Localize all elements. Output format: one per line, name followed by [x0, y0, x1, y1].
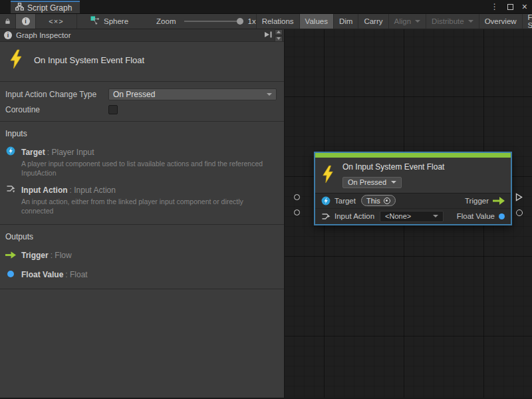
float-value-dot-icon	[499, 213, 505, 219]
zoom-label: Zoom	[156, 17, 176, 25]
input-action-icon	[321, 212, 331, 221]
node-mode-dropdown[interactable]: On Pressed	[342, 177, 402, 188]
node-trigger-label: Trigger	[465, 197, 489, 205]
node-input-port-target[interactable]	[294, 194, 300, 200]
coroutine-label: Coroutine	[5, 105, 108, 114]
title-bar: Script Graph ⋮ ×	[0, 0, 532, 13]
zoom-slider[interactable]	[184, 21, 241, 22]
node-header: On Input System Event Float On Pressed	[315, 158, 511, 194]
tab-title: Script Graph	[27, 3, 72, 13]
inspector-fields: Input Action Change Type On Pressed Coro…	[0, 82, 284, 122]
on-input-system-event-float-node[interactable]: On Input System Event Float On Pressed T…	[314, 152, 512, 225]
inspector-empty-area	[0, 289, 284, 398]
toolbar-button-align: Align	[389, 14, 427, 29]
player-input-icon	[5, 146, 16, 156]
script-graph-tab-icon	[15, 3, 24, 13]
node-row-input-action-float: Input Action <None> Float Value	[315, 209, 511, 224]
window-menu-icon[interactable]: ⋮	[491, 3, 499, 11]
graph-owner[interactable]: Sphere	[90, 14, 128, 29]
node-input-port-input-action[interactable]	[294, 209, 300, 215]
coroutine-checkbox[interactable]	[108, 105, 118, 114]
chevron-down-icon	[391, 181, 396, 184]
info-icon: i	[22, 17, 30, 25]
graph-owner-label: Sphere	[104, 17, 128, 25]
input-action-icon	[5, 184, 16, 193]
node-row-target-trigger: Target This Trigger	[315, 194, 511, 209]
input-action-dropdown[interactable]: <None>	[380, 211, 444, 222]
chevron-down-icon	[433, 215, 438, 217]
close-icon[interactable]: ×	[522, 2, 527, 11]
toolbar-button-dim[interactable]: Dim	[334, 14, 358, 29]
node-float-value-label: Float Value	[457, 212, 495, 220]
toolbar-button-fullscreen[interactable]: Full Screen	[523, 14, 532, 29]
input-port-target: Target: Player Input A player input comp…	[5, 146, 276, 178]
chevron-down-icon	[267, 93, 272, 96]
graph-inspector-title: Graph Inspector	[16, 31, 70, 39]
output-port-float-value: Float Value: Float	[5, 268, 276, 280]
zoom-control: Zoom 1x	[156, 14, 256, 29]
event-node-color-bar	[315, 153, 511, 158]
graph-inspector-header: i Graph Inspector	[0, 29, 284, 42]
toolbar-button-overview[interactable]: Overview	[479, 14, 523, 29]
dock-panel-icon[interactable]	[263, 31, 273, 40]
graph-canvas[interactable]: On Input System Event Float On Pressed T…	[285, 29, 532, 398]
target-this-chip[interactable]: This	[361, 195, 396, 206]
lock-icon[interactable]	[0, 14, 16, 29]
object-picker-icon	[384, 198, 390, 204]
scroll-up-icon[interactable]	[275, 29, 283, 35]
script-graph-window: Script Graph ⋮ × i <×>	[0, 0, 532, 399]
toolbar-button-values[interactable]: Values	[300, 14, 334, 29]
flow-arrow-icon	[493, 197, 505, 205]
code-view-icon[interactable]: <×>	[36, 14, 77, 29]
change-type-dropdown[interactable]: On Pressed	[108, 88, 277, 100]
graph-toolbar: i <×> Sphere Zoom 1x Relations Values Di…	[0, 13, 532, 29]
node-output-port-float-value[interactable]	[516, 209, 523, 216]
scroll-down-icon[interactable]	[275, 36, 283, 42]
inputs-header: Inputs	[5, 129, 276, 138]
zoom-slider-thumb[interactable]	[237, 18, 243, 25]
toolbar-button-distribute: Distribute	[426, 14, 479, 29]
toolbar-button-carry[interactable]: Carry	[358, 14, 388, 29]
window-controls: ⋮ ×	[491, 0, 527, 13]
graph-inspector-panel: i Graph Inspector On Input System Event	[0, 29, 285, 398]
inspector-toggle-button[interactable]: i	[16, 14, 36, 29]
lightning-bolt-icon	[321, 161, 335, 188]
chevron-down-icon	[468, 20, 473, 23]
flow-arrow-icon	[5, 251, 16, 259]
float-value-dot-icon	[5, 270, 16, 277]
nested-graph-icon	[90, 16, 100, 27]
info-icon: i	[4, 31, 12, 39]
node-target-label: Target	[334, 197, 356, 205]
tab-script-graph[interactable]: Script Graph	[11, 1, 80, 13]
inspected-node-title: On Input System Event Float	[34, 55, 144, 65]
node-input-action-label: Input Action	[334, 212, 374, 220]
chevron-down-icon	[415, 20, 420, 23]
player-input-icon	[321, 196, 331, 205]
node-output-port-trigger[interactable]	[515, 193, 523, 201]
toolbar-button-relations[interactable]: Relations	[257, 14, 300, 29]
output-port-trigger: Trigger: Flow	[5, 249, 276, 261]
node-title: On Input System Event Float	[342, 162, 444, 172]
inspector-scrollbar	[275, 29, 283, 42]
maximize-icon[interactable]	[507, 4, 513, 10]
change-type-label: Input Action Change Type	[5, 90, 108, 99]
toolbar-left-group: i <×>	[0, 14, 77, 29]
input-port-input-action: Input Action: Input Action An input acti…	[5, 184, 276, 215]
inputs-section: Inputs Target: Player Input A player inp…	[0, 122, 284, 225]
zoom-value: 1x	[248, 17, 256, 25]
outputs-section: Outputs Trigger: Flow Float Value: Float	[0, 225, 284, 289]
inspected-node-header: On Input System Event Float	[0, 42, 284, 82]
lightning-bolt-icon	[9, 49, 23, 71]
outputs-header: Outputs	[5, 232, 276, 241]
